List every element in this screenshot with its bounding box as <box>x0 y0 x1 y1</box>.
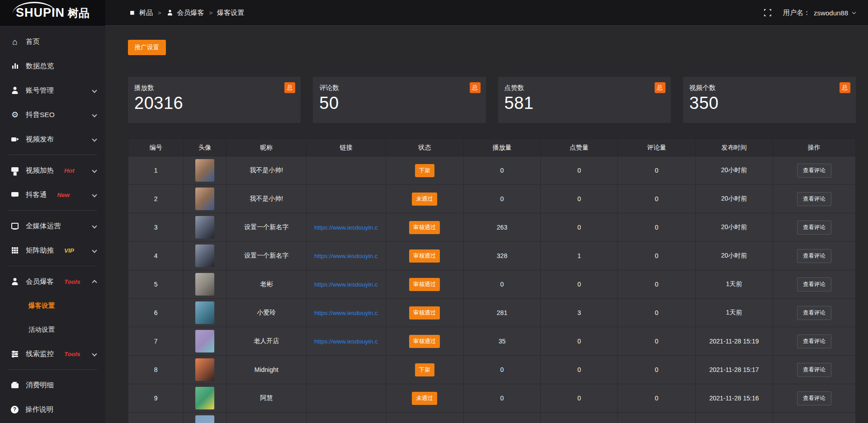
sidebar-item-home[interactable]: 首页 <box>0 29 105 54</box>
cell-publish-time: 1天前 <box>695 299 773 327</box>
cell-nickname: Midnight <box>226 356 307 384</box>
cell-comments: 0 <box>618 156 695 185</box>
cell-publish-time: 20小时前 <box>695 156 773 185</box>
sidebar-item-label: 爆客设置 <box>28 301 55 310</box>
cell-comments <box>618 413 695 423</box>
status-badge[interactable]: 审核通过 <box>409 249 440 263</box>
sidebar-item-badge: Tools <box>64 351 80 357</box>
header-right: 用户名：zswodun88 <box>764 9 855 17</box>
app-logo[interactable]: SHUPIN 树品 <box>0 0 105 26</box>
cell-likes: 0 <box>541 356 618 384</box>
view-comments-button[interactable]: 查看评论 <box>797 306 831 320</box>
sidebar-item-account-management[interactable]: 账号管理 <box>0 78 105 103</box>
cell-status: 审核通过 <box>386 213 463 242</box>
fullscreen-icon[interactable] <box>764 9 771 16</box>
breadcrumb-item[interactable]: 树品 > <box>128 9 161 17</box>
cell-publish-time: 2021-11-28 15:16 <box>695 384 773 413</box>
sidebar-item-data-overview[interactable]: 数据总览 <box>0 54 105 78</box>
sidebar-item-badge: Tools <box>64 278 80 285</box>
sidebar-item-matrix-boost[interactable]: 矩阵助推 VIP <box>0 238 105 263</box>
video-link[interactable]: https://www.iesdouyin.c <box>307 338 385 345</box>
header-bar: 树品 > 会员爆客 > 爆客设置 用户名：zswodun88 <box>105 0 868 26</box>
view-comments-button[interactable]: 查看评论 <box>797 192 831 206</box>
table-row: 9 阿慧 未通过 0 0 0 2021-11-28 15:16 查看评论 <box>128 384 856 413</box>
chevron-icon <box>92 248 97 253</box>
status-badge[interactable]: 审核通过 <box>409 278 440 291</box>
video-link[interactable]: https://www.iesdouyin.c <box>307 253 385 259</box>
sidebar-item-clue-monitor[interactable]: 线索监控 Tools <box>0 342 105 366</box>
view-comments-button[interactable]: 查看评论 <box>797 249 831 263</box>
stat-card: 评论数 50 总 <box>313 77 486 123</box>
avatar <box>195 159 214 182</box>
stat-label: 评论数 <box>319 84 479 92</box>
total-badge: 总 <box>840 82 850 93</box>
sidebar-item-member-baoke[interactable]: 会员爆客 Tools <box>0 269 105 294</box>
sidebar-item-douyin-seo[interactable]: 抖音SEO <box>0 103 105 127</box>
video-link[interactable]: https://www.iesdouyin.c <box>307 224 385 231</box>
sidebar-divider <box>8 210 97 211</box>
status-badge[interactable]: 未通过 <box>412 193 437 206</box>
sidebar-item-label: 视频加热 <box>26 166 54 175</box>
square-icon <box>129 9 135 16</box>
avatar <box>195 188 214 210</box>
breadcrumb-label: 树品 <box>139 9 153 17</box>
sidebar-item-baoke-settings[interactable]: 爆客设置 <box>0 294 105 318</box>
view-comments-button[interactable]: 查看评论 <box>797 363 831 377</box>
cell-plays <box>463 413 541 423</box>
status-badge[interactable]: 未通过 <box>412 392 437 405</box>
sidebar-item-all-media-operation[interactable]: 全媒体运营 <box>0 214 105 238</box>
status-badge[interactable]: 下架 <box>415 164 434 177</box>
sidebar-item-label: 消费明细 <box>26 381 54 390</box>
promo-settings-button[interactable]: 推广设置 <box>128 40 166 55</box>
username-label: 用户名： <box>783 9 810 17</box>
cell-nickname: 设置一个新名字 <box>226 242 307 270</box>
cell-plays: 0 <box>463 270 541 299</box>
total-badge: 总 <box>284 82 295 93</box>
cell-publish-time: 20小时前 <box>695 213 773 242</box>
sidebar-item-consumption-details[interactable]: 消费明细 <box>0 373 105 397</box>
cell-link <box>307 156 386 185</box>
user-menu[interactable]: 用户名：zswodun88 <box>783 9 855 17</box>
table-row: 1 我不是小帅! 下架 0 0 0 20小时前 查看评论 <box>128 156 856 185</box>
cell-index: 6 <box>128 299 184 327</box>
status-badge[interactable]: 审核通过 <box>409 335 440 348</box>
video-link[interactable]: https://www.iesdouyin.c <box>307 281 385 288</box>
view-comments-button[interactable]: 查看评论 <box>797 164 831 178</box>
sidebar-item-label: 活动设置 <box>28 325 55 334</box>
view-comments-button[interactable]: 查看评论 <box>797 221 831 235</box>
cell-action <box>773 413 855 423</box>
cell-likes: 0 <box>541 270 618 299</box>
view-comments-button[interactable]: 查看评论 <box>797 334 831 348</box>
username: zswodun88 <box>814 9 848 17</box>
logo-text-cn: 树品 <box>68 6 90 20</box>
stat-cards-row: 播放数 20316 总 评论数 50 总 点赞数 581 总 视频个数 350 … <box>128 77 856 123</box>
avatar <box>195 216 214 239</box>
video-link[interactable]: https://www.iesdouyin.c <box>307 310 385 316</box>
status-badge[interactable]: 审核通过 <box>409 306 440 320</box>
view-comments-button[interactable]: 查看评论 <box>797 277 831 291</box>
cell-plays: 35 <box>463 327 541 356</box>
cell-plays: 0 <box>463 185 541 213</box>
cell-avatar <box>184 327 226 356</box>
videos-table: 编号头像昵称链接状态播放量点赞量评论量发布时间操作 1 我不是小帅! 下架 0 … <box>128 139 856 423</box>
sidebar-item-douketong[interactable]: 抖客通 New <box>0 183 105 207</box>
sidebar-item-video-publish[interactable]: 视频发布 <box>0 127 105 151</box>
cell-nickname: 老彬 <box>226 270 307 299</box>
view-comments-button[interactable]: 查看评论 <box>797 391 831 405</box>
sidebar: 首页 数据总览 账号管理 抖音SEO 视频发布 视频加热 Hot 抖客通 New… <box>0 26 105 423</box>
cell-index: 8 <box>128 356 184 384</box>
cell-plays: 0 <box>463 384 541 413</box>
cell-likes: 0 <box>541 213 618 242</box>
sidebar-item-activity-settings[interactable]: 活动设置 <box>0 318 105 342</box>
avatar <box>195 273 214 296</box>
status-badge[interactable]: 审核通过 <box>409 221 440 234</box>
cell-plays: 0 <box>463 356 541 384</box>
cell-action: 查看评论 <box>773 242 855 270</box>
cell-comments: 0 <box>618 213 695 242</box>
status-badge[interactable]: 下架 <box>415 363 434 376</box>
sidebar-item-video-heat[interactable]: 视频加热 Hot <box>0 158 105 183</box>
total-badge: 总 <box>470 82 481 93</box>
top-header: SHUPIN 树品 树品 > 会员爆客 > 爆客设置 用户名：zswodun88 <box>0 0 868 26</box>
breadcrumb-item[interactable]: 会员爆客 > <box>166 9 213 17</box>
sidebar-item-operation-guide[interactable]: 操作说明 <box>0 397 105 422</box>
